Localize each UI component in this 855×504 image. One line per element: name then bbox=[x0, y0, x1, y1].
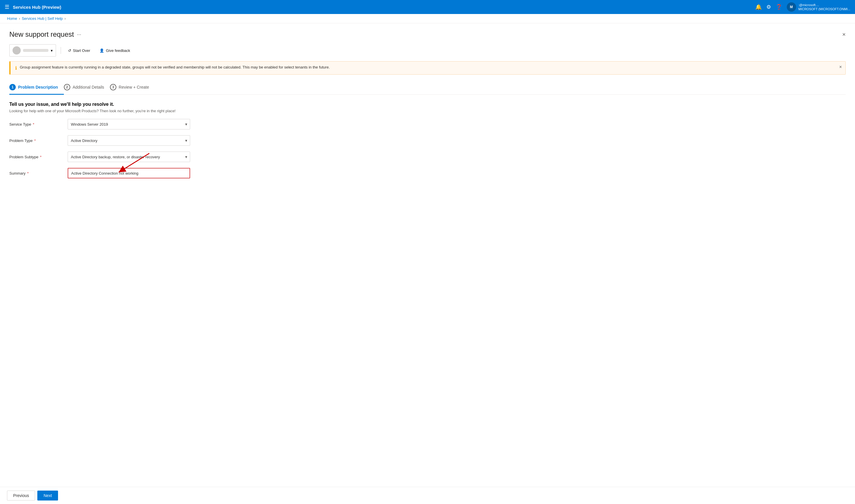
summary-row: Summary * bbox=[9, 168, 846, 178]
required-marker-3: * bbox=[39, 155, 42, 159]
form-heading: Tell us your issue, and we'll help you r… bbox=[9, 102, 846, 107]
step-3-label: Review + Create bbox=[119, 85, 149, 89]
step-1-circle: 1 bbox=[9, 84, 16, 90]
more-options-icon[interactable]: ··· bbox=[77, 32, 81, 38]
step-additional-details[interactable]: 2 Additional Details bbox=[64, 80, 110, 95]
nav-left: ☰ Services Hub (Preview) bbox=[5, 4, 61, 10]
dropdown-arrow-icon: ▾ bbox=[51, 48, 53, 53]
workspace-avatar bbox=[13, 46, 21, 55]
give-feedback-label: Give feedback bbox=[106, 48, 130, 53]
start-over-button[interactable]: ↺ Start Over bbox=[66, 47, 92, 55]
warning-icon: ℹ bbox=[15, 65, 17, 71]
service-type-label: Service Type * bbox=[9, 122, 68, 127]
main-content: New support request ··· × ▾ ↺ Start Over… bbox=[0, 23, 855, 503]
user-display: :@microsoft.... MICROSOFT (MICROSOFT.ONM… bbox=[798, 3, 850, 11]
problem-subtype-control: Active Directory backup, restore, or dis… bbox=[68, 151, 190, 162]
warning-banner: ℹ Group assignment feature is currently … bbox=[9, 61, 846, 75]
warning-close-button[interactable]: × bbox=[839, 65, 842, 70]
problem-type-select[interactable]: Active DirectoryDNSDHCP bbox=[68, 135, 190, 146]
summary-label: Summary * bbox=[9, 171, 68, 176]
warning-text: Group assignment feature is currently ru… bbox=[20, 65, 841, 69]
required-marker-4: * bbox=[26, 171, 29, 176]
nav-right: 🔔 ⚙ ❓ M :@microsoft.... MICROSOFT (MICRO… bbox=[755, 2, 850, 12]
required-marker-2: * bbox=[33, 139, 36, 143]
form-subheading: Looking for help with one of your Micros… bbox=[9, 109, 846, 113]
problem-type-label: Problem Type * bbox=[9, 139, 68, 143]
problem-subtype-row: Problem Subtype * Active Directory backu… bbox=[9, 151, 846, 162]
top-navigation: ☰ Services Hub (Preview) 🔔 ⚙ ❓ M :@micro… bbox=[0, 0, 855, 14]
notifications-icon[interactable]: 🔔 bbox=[755, 4, 762, 10]
breadcrumb-parent[interactable]: Services Hub | Self Help bbox=[22, 16, 63, 21]
help-icon[interactable]: ❓ bbox=[776, 4, 782, 10]
close-button[interactable]: × bbox=[842, 31, 846, 38]
give-feedback-button[interactable]: 👤 Give feedback bbox=[97, 47, 132, 55]
footer: Previous Next bbox=[0, 487, 855, 503]
step-3-circle: 3 bbox=[110, 84, 117, 90]
toolbar: ▾ ↺ Start Over 👤 Give feedback bbox=[9, 44, 846, 57]
form-header: Tell us your issue, and we'll help you r… bbox=[9, 102, 846, 113]
breadcrumb: Home › Services Hub | Self Help › bbox=[0, 14, 855, 23]
summary-input[interactable] bbox=[68, 168, 190, 178]
avatar: M bbox=[787, 2, 796, 12]
settings-icon[interactable]: ⚙ bbox=[766, 4, 771, 10]
start-over-label: Start Over bbox=[73, 48, 90, 53]
user-profile[interactable]: M :@microsoft.... MICROSOFT (MICROSOFT.O… bbox=[787, 2, 850, 12]
summary-control bbox=[68, 168, 190, 178]
step-review-create[interactable]: 3 Review + Create bbox=[110, 80, 155, 95]
page-header: New support request ··· × bbox=[9, 30, 846, 38]
problem-type-row: Problem Type * Active DirectoryDNSDHCP bbox=[9, 135, 846, 146]
form-section: Tell us your issue, and we'll help you r… bbox=[9, 102, 846, 178]
step-1-label: Problem Description bbox=[18, 85, 58, 89]
next-button[interactable]: Next bbox=[37, 491, 58, 501]
required-marker: * bbox=[32, 122, 34, 127]
workspace-selector[interactable]: ▾ bbox=[9, 44, 56, 57]
chevron-icon-2: › bbox=[65, 17, 66, 21]
service-type-row: Service Type * Windows Server 2019Azure … bbox=[9, 119, 846, 129]
hamburger-icon[interactable]: ☰ bbox=[5, 4, 9, 10]
problem-subtype-label: Problem Subtype * bbox=[9, 155, 68, 159]
service-type-select[interactable]: Windows Server 2019Azure Active Director… bbox=[68, 119, 190, 129]
chevron-icon: › bbox=[19, 17, 20, 21]
problem-type-control: Active DirectoryDNSDHCP bbox=[68, 135, 190, 146]
refresh-icon: ↺ bbox=[68, 48, 71, 53]
service-type-control: Windows Server 2019Azure Active Director… bbox=[68, 119, 190, 129]
previous-button[interactable]: Previous bbox=[7, 491, 35, 501]
step-2-label: Additional Details bbox=[73, 85, 104, 89]
page-title: New support request bbox=[9, 30, 74, 38]
problem-subtype-select[interactable]: Active Directory backup, restore, or dis… bbox=[68, 151, 190, 162]
steps-navigation: 1 Problem Description 2 Additional Detai… bbox=[9, 80, 846, 95]
feedback-icon: 👤 bbox=[100, 48, 104, 53]
breadcrumb-home[interactable]: Home bbox=[7, 16, 17, 21]
workspace-name bbox=[23, 49, 49, 52]
step-2-circle: 2 bbox=[64, 84, 70, 90]
step-problem-description[interactable]: 1 Problem Description bbox=[9, 80, 64, 95]
app-title: Services Hub (Preview) bbox=[13, 5, 61, 10]
